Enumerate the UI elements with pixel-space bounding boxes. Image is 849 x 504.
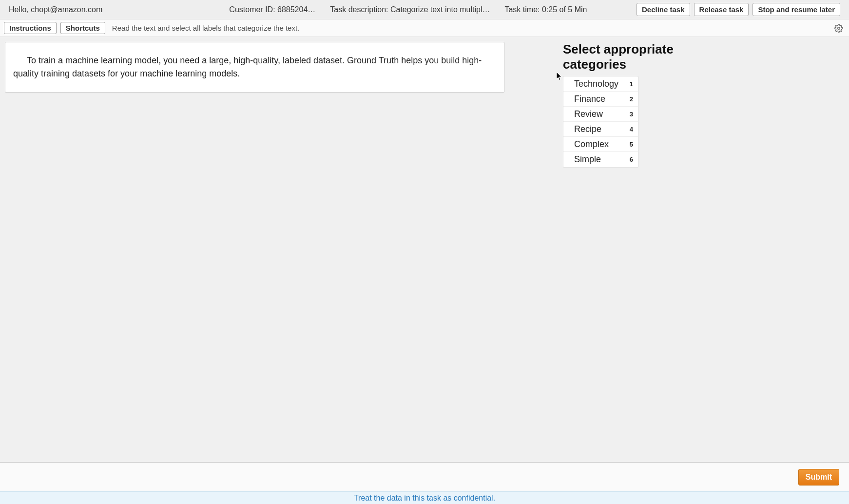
category-label: Review	[574, 109, 603, 119]
category-item-complex[interactable]: Complex 5	[563, 137, 638, 152]
header-task-description: Task description: Categorize text into m…	[330, 5, 490, 14]
categories-title: Select appropriate categories	[563, 42, 719, 72]
category-label: Recipe	[574, 124, 601, 134]
category-label: Technology	[574, 79, 618, 89]
footer-bar: Submit	[0, 462, 849, 491]
header-buttons: Decline task Release task Stop and resum…	[637, 3, 840, 16]
gear-icon[interactable]	[834, 24, 843, 33]
release-task-button[interactable]: Release task	[694, 3, 749, 16]
submit-button[interactable]: Submit	[798, 469, 839, 485]
category-label: Complex	[574, 139, 609, 149]
text-panel-container: To train a machine learning model, you n…	[5, 42, 504, 457]
category-shortcut: 6	[630, 156, 633, 163]
toolbar: Instructions Shortcuts Read the text and…	[0, 19, 849, 37]
instructions-button[interactable]: Instructions	[4, 22, 57, 34]
svg-point-0	[838, 27, 840, 30]
category-label: Finance	[574, 94, 605, 104]
confidential-bar: Treat the data in this task as confident…	[0, 491, 849, 504]
toolbar-hint: Read the text and select all labels that…	[112, 24, 299, 32]
categories-panel: Select appropriate categories Technology…	[563, 42, 719, 457]
header-customer-id: Customer ID: 6885204…	[229, 5, 315, 14]
category-item-simple[interactable]: Simple 6	[563, 152, 638, 167]
top-header: Hello, chopt@amazon.com Customer ID: 688…	[0, 0, 849, 19]
shortcuts-button[interactable]: Shortcuts	[60, 22, 105, 34]
category-item-recipe[interactable]: Recipe 4	[563, 122, 638, 137]
category-shortcut: 5	[630, 141, 633, 148]
header-task-time: Task time: 0:25 of 5 Min	[504, 5, 587, 14]
category-shortcut: 1	[630, 80, 633, 88]
confidential-text: Treat the data in this task as confident…	[354, 494, 495, 503]
category-label: Simple	[574, 154, 601, 165]
category-item-technology[interactable]: Technology 1	[563, 76, 638, 92]
task-text: To train a machine learning model, you n…	[5, 42, 504, 93]
main-content: To train a machine learning model, you n…	[0, 37, 849, 462]
categories-list: Technology 1 Finance 2 Review 3 Recipe 4…	[563, 76, 638, 168]
category-item-finance[interactable]: Finance 2	[563, 92, 638, 107]
category-shortcut: 3	[630, 111, 633, 118]
decline-task-button[interactable]: Decline task	[637, 3, 690, 16]
category-shortcut: 2	[630, 95, 633, 103]
header-greeting: Hello, chopt@amazon.com	[9, 5, 102, 14]
stop-resume-button[interactable]: Stop and resume later	[753, 3, 840, 16]
category-shortcut: 4	[630, 126, 633, 133]
category-item-review[interactable]: Review 3	[563, 107, 638, 122]
